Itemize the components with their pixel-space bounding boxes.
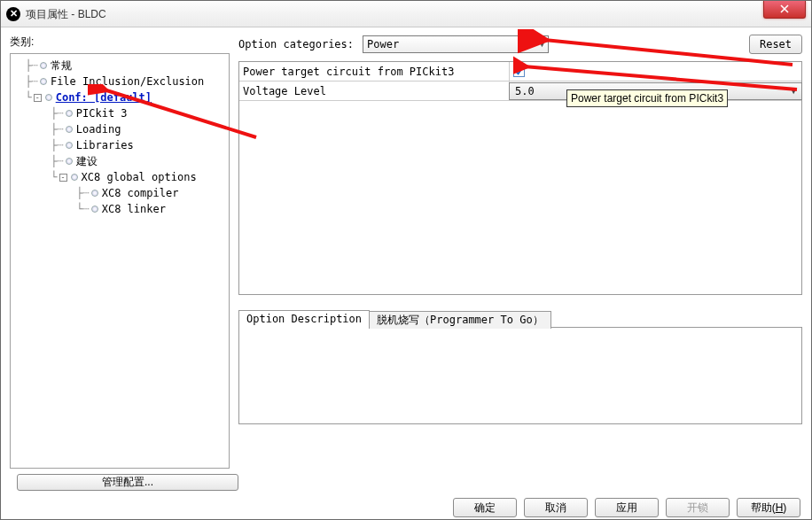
tooltip: Power target circuit from PICkit3 (566, 89, 728, 107)
close-button[interactable] (763, 1, 806, 19)
option-categories-label: Option categories: (238, 38, 354, 50)
option-description-box (238, 327, 802, 424)
tree-node-xc8-compiler[interactable]: XC8 compiler (102, 185, 179, 201)
opt-voltage-level-label: Voltage Level (239, 81, 510, 100)
opt-voltage-level-value: 5.0 (515, 85, 535, 97)
close-icon (780, 4, 789, 13)
chevron-down-icon: ▼ (540, 40, 544, 49)
unlock-button[interactable]: 开锁 (666, 498, 730, 517)
category-tree[interactable]: ├┈常规 ├┈File Inclusion/Exclusion └-Conf: … (10, 53, 230, 469)
expander-icon[interactable]: - (34, 94, 42, 102)
chevron-down-icon: ▼ (792, 87, 796, 96)
tree-node-xc8-global[interactable]: XC8 global options (82, 169, 197, 185)
reset-button[interactable]: Reset (749, 35, 802, 54)
tree-node-loading[interactable]: Loading (76, 121, 121, 137)
apply-button[interactable]: 应用 (595, 498, 659, 517)
tree-node-general[interactable]: 常规 (51, 58, 72, 74)
categories-label: 类别: (10, 35, 230, 50)
opt-power-target-label: Power target circuit from PICkit3 (239, 62, 510, 81)
tab-programmer-to-go[interactable]: 脱机烧写（Programmer To Go） (369, 311, 551, 329)
checkmark-icon (514, 66, 524, 76)
tree-node-xc8-linker[interactable]: XC8 linker (102, 201, 166, 217)
title-bar: ✕ 项目属性 - BLDC (1, 1, 811, 27)
opt-power-target-checkbox[interactable] (513, 66, 525, 77)
manage-configurations-button[interactable]: 管理配置... (17, 474, 238, 491)
cancel-button[interactable]: 取消 (524, 498, 588, 517)
option-categories-value: Power (367, 38, 399, 50)
tree-node-file-inclusion[interactable]: File Inclusion/Exclusion (51, 74, 204, 89)
tree-node-libraries[interactable]: Libraries (76, 137, 134, 153)
tree-node-build[interactable]: 建设 (76, 153, 98, 169)
window-title: 项目属性 - BLDC (26, 6, 763, 22)
tree-node-pickit3[interactable]: PICkit 3 (76, 105, 128, 121)
expander-icon[interactable]: - (59, 174, 67, 182)
ok-button[interactable]: 确定 (453, 498, 517, 517)
tab-option-description[interactable]: Option Description (238, 310, 370, 328)
option-categories-select[interactable]: Power ▼ (363, 35, 549, 53)
app-icon: ✕ (6, 7, 20, 21)
help-button[interactable]: 帮助(H) (737, 498, 800, 517)
tree-node-conf-default[interactable]: Conf: [default] (56, 89, 152, 105)
